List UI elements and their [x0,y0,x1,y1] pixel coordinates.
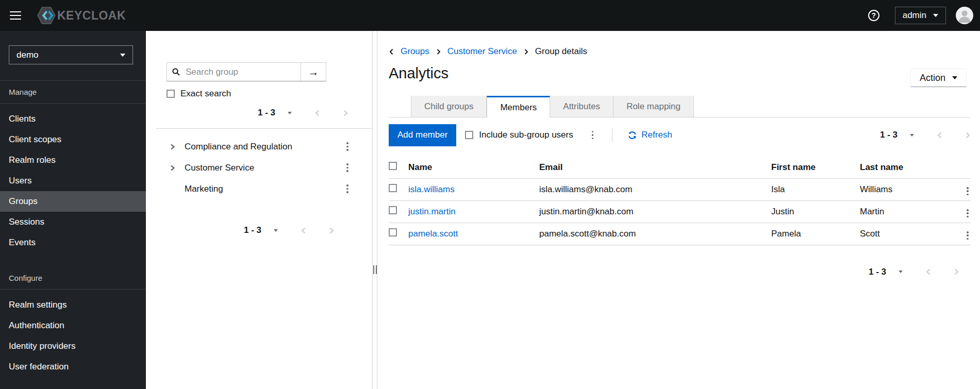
group-kebab-icon[interactable] [344,161,351,174]
member-first-name: Isla [771,178,860,200]
exact-search-label: Exact search [180,89,231,99]
sidebar: demo Manage Clients Client scopes Realm … [0,31,146,389]
user-dropdown[interactable]: admin [895,7,946,24]
nav-toggle-icon[interactable] [10,11,21,20]
prev-page-icon[interactable] [301,227,306,234]
tab-role-mapping[interactable]: Role mapping [613,96,694,117]
group-search-control: → [167,62,326,81]
group-name[interactable]: Customer Service [185,163,254,173]
table-row: pamela.scott pamela.scott@knab.com Pamel… [389,223,971,245]
select-all-checkbox[interactable] [389,162,397,170]
chevron-right-icon [524,48,528,55]
row-kebab-icon[interactable] [965,185,971,197]
chevron-down-icon [120,54,125,57]
search-icon [172,68,180,76]
sidebar-item-realm-roles[interactable]: Realm roles [0,150,146,171]
sidebar-item-identity-providers[interactable]: Identity providers [0,336,146,357]
action-dropdown[interactable]: Action [910,69,967,87]
expand-chevron-icon[interactable] [170,143,175,150]
member-name-link[interactable]: pamela.scott [408,229,458,239]
row-kebab-icon[interactable] [965,207,971,219]
group-kebab-icon[interactable] [344,140,351,153]
action-dropdown-label: Action [920,73,945,83]
next-page-icon[interactable] [343,109,348,117]
next-page-icon[interactable] [965,131,971,139]
sidebar-item-client-scopes[interactable]: Client scopes [0,129,146,150]
member-name-link[interactable]: justin.martin [408,207,456,216]
prev-page-icon[interactable] [937,131,942,139]
tab-child-groups[interactable]: Child groups [411,96,487,117]
user-dropdown-label: admin [903,10,926,21]
page-title: Analytics [389,65,971,82]
table-header-row: Name Email First name Last name [389,157,971,178]
keycloak-logo: KEYCLOAK [37,6,126,25]
chevron-down-icon [952,76,957,79]
divider [156,128,373,129]
table-row: justin.martin justin.martin@knab.com Jus… [389,200,971,223]
sidebar-item-users[interactable]: Users [0,171,146,191]
exact-search-checkbox[interactable] [167,90,175,98]
breadcrumb-customer-service-link[interactable]: Customer Service [447,46,517,57]
prev-page-icon[interactable] [925,268,931,276]
row-checkbox[interactable] [389,228,397,236]
group-kebab-icon[interactable] [344,182,351,195]
panel-resize-handle[interactable] [373,31,377,389]
expand-chevron-icon[interactable] [170,164,175,172]
toolbar-kebab-icon[interactable] [590,129,596,141]
row-kebab-icon[interactable] [965,229,971,242]
masthead-actions: ? admin [868,7,973,24]
search-input[interactable] [167,63,301,81]
tree-item-marketing[interactable]: Marketing [167,178,372,199]
member-name-link[interactable]: isla.williams [408,184,455,194]
next-page-icon[interactable] [954,268,959,276]
realm-select[interactable]: demo [9,45,133,64]
manage-nav: Clients Client scopes Realm roles Users … [0,104,146,253]
help-icon[interactable]: ? [868,10,879,21]
brand-text: KEYCLOAK [57,9,126,23]
breadcrumb-back-icon[interactable] [389,48,394,56]
row-checkbox[interactable] [389,184,397,192]
group-name[interactable]: Marketing [185,184,223,194]
prev-page-icon[interactable] [314,109,320,117]
group-tree: Compliance and Regulation Customer Servi… [167,136,372,199]
tree-item-compliance-and-regulation[interactable]: Compliance and Regulation [167,136,372,157]
tree-item-customer-service[interactable]: Customer Service [167,157,372,178]
member-last-name: Martin [860,200,949,223]
sidebar-item-clients[interactable]: Clients [0,109,146,129]
refresh-button[interactable]: Refresh [628,130,672,140]
sidebar-item-sessions[interactable]: Sessions [0,212,146,232]
next-page-icon[interactable] [329,227,335,234]
refresh-icon [628,131,637,140]
row-checkbox[interactable] [389,206,397,214]
search-submit-button[interactable]: → [301,63,326,81]
members-pagination-top: 1 - 3 [880,130,971,140]
tab-members[interactable]: Members [487,96,550,117]
add-member-button[interactable]: Add member [389,124,456,146]
section-label-configure: Configure [0,267,146,290]
pagination-options-icon[interactable] [899,270,903,273]
breadcrumb-current: Group details [535,46,587,57]
member-first-name: Pamela [771,223,860,245]
pagination-options-icon[interactable] [274,229,278,232]
table-row: isla.williams isla.williams@knab.com Isl… [389,178,971,200]
sidebar-item-realm-settings[interactable]: Realm settings [0,295,146,315]
col-header-first-name: First name [771,157,860,178]
tab-attributes[interactable]: Attributes [550,96,613,117]
sidebar-item-authentication[interactable]: Authentication [0,315,146,336]
sidebar-item-groups[interactable]: Groups [0,191,146,212]
members-pagination-bottom: 1 - 3 [869,267,959,277]
sidebar-item-user-federation[interactable]: User federation [0,357,146,377]
tree-pagination-bottom: 1 - 3 [167,225,372,235]
pagination-options-icon[interactable] [288,112,292,114]
breadcrumb-groups-link[interactable]: Groups [401,46,429,57]
group-name[interactable]: Compliance and Regulation [185,142,292,152]
group-tree-panel: → Exact search 1 - 3 Compliance and Re [146,31,373,389]
sidebar-item-events[interactable]: Events [0,232,146,253]
member-last-name: Scott [860,223,949,245]
include-subgroups-checkbox[interactable] [465,131,473,139]
group-details-main: Groups Customer Service Group details An… [377,31,980,389]
chevron-down-icon [933,14,938,17]
pagination-range: 1 - 3 [880,130,898,140]
pagination-options-icon[interactable] [910,134,914,137]
avatar[interactable] [956,7,973,24]
